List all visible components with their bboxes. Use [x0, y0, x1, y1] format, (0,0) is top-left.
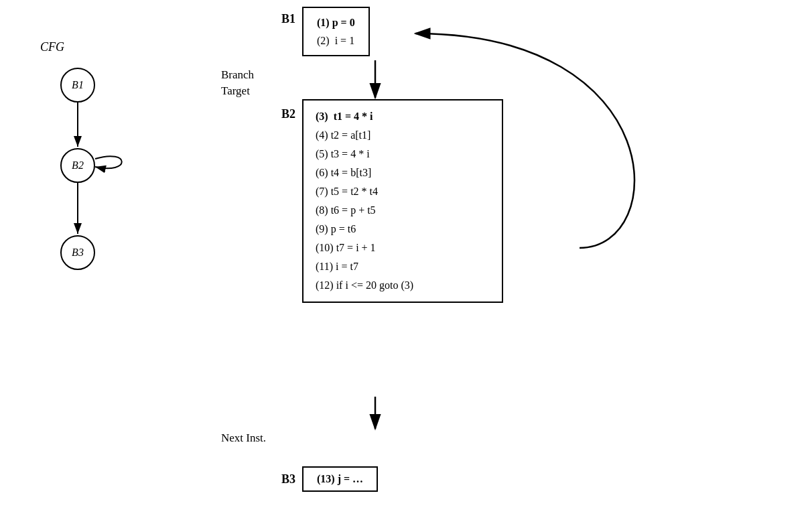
b3-label: B3 — [281, 472, 295, 486]
cfg-title: CFG — [40, 40, 147, 54]
b1-box: (1) p = 0 (2) i = 1 — [302, 7, 370, 56]
cfg-diagram: B1 B2 B3 — [33, 68, 134, 282]
b2-line: (12) if i <= 20 goto (3) — [316, 276, 490, 295]
b3-box: (13) j = … — [302, 466, 378, 492]
b2-line: (6) t4 = b[t3] — [316, 163, 490, 182]
b1-line-2: (2) i = 1 — [317, 31, 355, 50]
b2-line: (10) t7 = i + 1 — [316, 239, 490, 257]
branch-target-label: Branch Target — [221, 67, 254, 99]
b1-line-1: (1) p = 0 — [317, 13, 355, 31]
next-inst-label: Next Inst. — [221, 431, 266, 445]
right-panel: B1 (1) p = 0 (2) i = 1 Branch Target B2 … — [147, 0, 808, 532]
b2-line: (4) t2 = a[t1] — [316, 126, 490, 145]
main-container: CFG B1 B2 B3 — [0, 0, 808, 532]
b2-line: (7) t5 = t2 * t4 — [316, 182, 490, 201]
b2-line: (3) t1 = 4 * i — [316, 107, 490, 126]
b2-line: (11) i = t7 — [316, 257, 490, 276]
b1-area: B1 (1) p = 0 (2) i = 1 — [281, 7, 370, 56]
cfg-panel: CFG B1 B2 B3 — [0, 0, 147, 532]
b2-box: (3) t1 = 4 * i(4) t2 = a[t1](5) t3 = 4 *… — [302, 99, 503, 303]
b2-line: (5) t3 = 4 * i — [316, 145, 490, 163]
b2-line: (8) t6 = p + t5 — [316, 201, 490, 220]
cfg-arrows — [33, 68, 134, 282]
b2-label: B2 — [281, 107, 295, 121]
b1-label: B1 — [281, 12, 295, 26]
b2-line: (9) p = t6 — [316, 220, 490, 239]
b3-area: B3 (13) j = … — [281, 466, 378, 492]
b2-area: B2 (3) t1 = 4 * i(4) t2 = a[t1](5) t3 = … — [281, 99, 503, 303]
